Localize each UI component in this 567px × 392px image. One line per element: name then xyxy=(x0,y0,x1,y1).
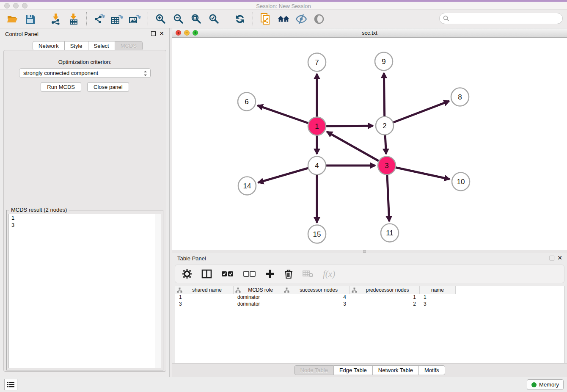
delete-column-button[interactable] xyxy=(284,269,293,279)
table-header-row: shared name MCDS role successor nodes pr… xyxy=(175,286,564,294)
save-session-button[interactable] xyxy=(24,13,36,25)
cell-predecessor-nodes: 1 xyxy=(350,294,420,301)
fx-icon: f(x) xyxy=(323,269,335,279)
graph-node-1[interactable]: 1 xyxy=(308,117,326,135)
hide-selected-button[interactable] xyxy=(295,13,308,25)
graph-edge-3-1[interactable] xyxy=(327,132,387,166)
cell-successor-nodes: 3 xyxy=(282,301,350,308)
plus-icon xyxy=(265,269,275,279)
show-column-panel-button[interactable] xyxy=(201,269,212,279)
first-neighbors-button[interactable] xyxy=(277,13,290,25)
table-row[interactable]: 3 dominator 3 2 3 xyxy=(175,301,564,308)
open-file-button[interactable] xyxy=(6,13,19,25)
memory-button[interactable]: Memory xyxy=(527,379,564,390)
tab-node-table[interactable]: Node Table xyxy=(294,365,334,375)
export-table-button[interactable] xyxy=(111,13,124,25)
column-header-name[interactable]: name xyxy=(420,286,456,294)
network-graph[interactable]: 7968124314101511 xyxy=(172,38,567,250)
graph-node-3[interactable]: 3 xyxy=(378,157,396,175)
status-bar: Memory xyxy=(0,377,567,392)
graph-edge-2-8[interactable] xyxy=(385,101,449,126)
close-panel-button[interactable]: Close panel xyxy=(87,82,129,92)
select-all-rows-button[interactable] xyxy=(221,270,234,278)
import-table-button[interactable] xyxy=(67,13,80,25)
graph-node-11[interactable]: 11 xyxy=(381,224,399,242)
create-column-button[interactable] xyxy=(265,269,275,279)
mcds-panel: Optimization criterion: strongly connect… xyxy=(3,50,166,372)
zoom-fit-button[interactable] xyxy=(190,13,203,25)
graph-node-9[interactable]: 9 xyxy=(375,52,393,71)
zoom-selected-icon xyxy=(208,13,220,25)
table-row[interactable]: 1 dominator 4 1 1 xyxy=(175,294,564,301)
tab-edge-table[interactable]: Edge Table xyxy=(334,365,373,375)
column-header-shared-name[interactable]: shared name xyxy=(175,286,234,294)
search-field[interactable] xyxy=(449,15,562,22)
graph-node-6[interactable]: 6 xyxy=(238,93,256,111)
task-history-button[interactable] xyxy=(4,379,17,390)
criterion-dropdown[interactable]: strongly connected component xyxy=(19,68,151,78)
window-title: Session: New Session xyxy=(0,3,567,9)
table-settings-button[interactable] xyxy=(182,269,192,279)
float-panel-icon[interactable] xyxy=(151,31,156,36)
zoom-in-icon xyxy=(155,13,167,25)
graph-node-14[interactable]: 14 xyxy=(238,177,256,195)
close-table-panel-icon[interactable]: ✕ xyxy=(557,254,562,261)
toolbar-separator xyxy=(148,12,148,26)
mcds-result-group: MCDS result (2 nodes) 1 3 xyxy=(6,210,163,370)
graph-node-7[interactable]: 7 xyxy=(308,53,326,72)
column-header-mcds-role[interactable]: MCDS role xyxy=(234,286,282,294)
tab-mcds[interactable]: MCDS xyxy=(115,41,143,51)
import-network-button[interactable] xyxy=(50,13,62,25)
delete-table-button[interactable] xyxy=(303,270,314,278)
control-panel-title: Control Panel xyxy=(5,31,39,37)
horizontal-splitter[interactable] xyxy=(172,250,567,253)
export-network-button[interactable] xyxy=(93,13,106,25)
show-all-button[interactable] xyxy=(313,13,325,25)
homes-icon xyxy=(277,14,290,25)
eye-slash-icon xyxy=(295,14,308,25)
deselect-all-rows-button[interactable] xyxy=(243,270,256,278)
open-folder-icon xyxy=(6,13,18,25)
dropdown-chevrons-icon xyxy=(143,70,148,78)
tab-network-table[interactable]: Network Table xyxy=(373,365,419,375)
control-panel-tabs: Network Style Select MCDS xyxy=(33,41,143,51)
list-icon xyxy=(7,381,14,388)
column-header-successor-nodes[interactable]: successor nodes xyxy=(282,286,350,294)
graph-node-10[interactable]: 10 xyxy=(452,173,470,191)
graph-node-8[interactable]: 8 xyxy=(451,88,469,106)
result-scrollbar[interactable] xyxy=(155,214,161,368)
clone-network-button[interactable] xyxy=(259,13,272,25)
column-header-predecessor-nodes[interactable]: predecessor nodes xyxy=(350,286,420,294)
tab-style[interactable]: Style xyxy=(65,41,88,51)
function-builder-button[interactable]: f(x) xyxy=(323,269,335,279)
node-table[interactable]: shared name MCDS role successor nodes pr… xyxy=(175,286,564,363)
tab-network[interactable]: Network xyxy=(33,41,65,51)
hierarchy-icon xyxy=(235,287,241,293)
tab-motifs[interactable]: Motifs xyxy=(419,365,445,375)
zoom-in-button[interactable] xyxy=(154,13,167,25)
zoom-fit-icon xyxy=(190,13,202,25)
window-titlebar: Session: New Session xyxy=(0,2,567,10)
graph-node-15[interactable]: 15 xyxy=(308,225,326,243)
splitter-handle[interactable] xyxy=(363,250,366,253)
zoom-selected-button[interactable] xyxy=(208,13,220,25)
zoom-out-button[interactable] xyxy=(172,13,185,25)
run-mcds-button[interactable]: Run MCDS xyxy=(41,82,81,92)
cell-shared-name: 1 xyxy=(175,294,234,301)
table-toolbar: f(x) xyxy=(175,265,564,283)
refresh-layout-button[interactable] xyxy=(234,13,246,25)
search-input[interactable] xyxy=(439,13,563,24)
graph-node-4[interactable]: 4 xyxy=(308,157,326,175)
toolbar-separator xyxy=(86,12,87,26)
svg-text:6: 6 xyxy=(245,98,248,106)
import-network-icon xyxy=(50,13,62,25)
graph-edge-3-10[interactable] xyxy=(387,166,450,179)
graph-node-2[interactable]: 2 xyxy=(376,117,394,135)
float-table-panel-icon[interactable] xyxy=(550,256,554,260)
svg-text:3: 3 xyxy=(385,162,388,170)
mcds-result-list[interactable]: 1 3 xyxy=(8,214,161,368)
tab-select[interactable]: Select xyxy=(88,41,115,51)
network-canvas[interactable]: 7968124314101511 xyxy=(172,38,567,250)
export-image-button[interactable] xyxy=(129,13,141,25)
close-panel-icon[interactable]: ✕ xyxy=(159,30,164,37)
